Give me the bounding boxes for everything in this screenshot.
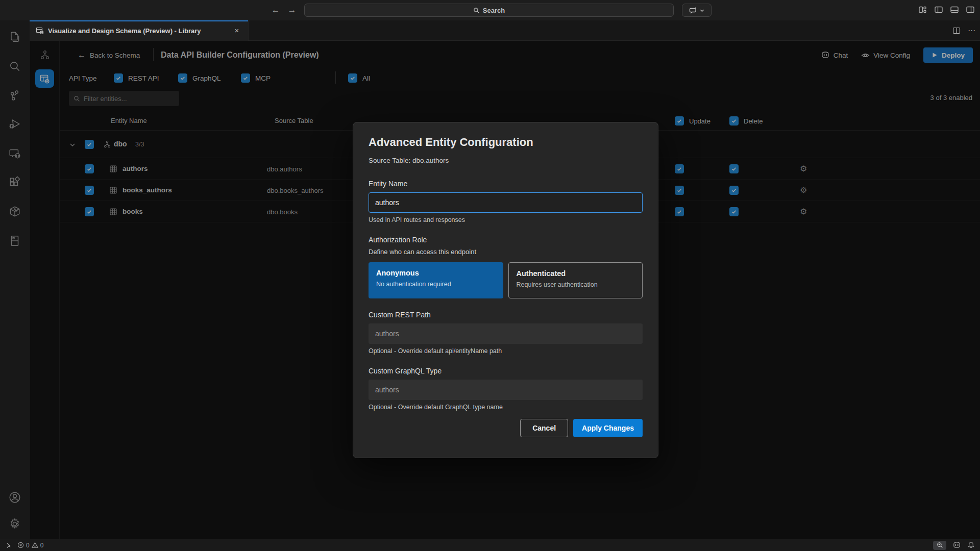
editor-more-actions-icon[interactable]: ⋯ (968, 27, 976, 34)
activity-bar (0, 20, 30, 539)
entity-name-label: Entity Name (369, 180, 643, 188)
copilot-chat-icon (689, 6, 697, 14)
dialog-title: Advanced Entity Configuration (369, 136, 643, 149)
custom-rest-path-label: Custom REST Path (369, 311, 643, 319)
custom-rest-path-input[interactable] (369, 323, 643, 344)
entity-name-input[interactable] (369, 192, 643, 213)
extensions-icon[interactable] (3, 168, 27, 197)
custom-graphql-type-label: Custom GraphQL Type (369, 367, 643, 375)
custom-graphql-type-helper: Optional - Override default GraphQL type… (369, 404, 643, 411)
database-projects-icon[interactable] (3, 226, 27, 255)
toggle-primary-sidebar-icon[interactable] (934, 5, 943, 14)
schema-designer-tab-icon (36, 27, 44, 35)
tab-title: Visualize and Design Schema (Preview) - … (48, 27, 201, 35)
custom-graphql-type-input[interactable] (369, 380, 643, 400)
source-control-icon[interactable] (3, 81, 27, 110)
status-bar: 0 0 (0, 539, 980, 551)
command-center-search[interactable]: Search (304, 4, 674, 17)
role-title: Authenticated (517, 269, 635, 278)
toggle-panel-icon[interactable] (950, 5, 959, 14)
custom-rest-path-helper: Optional - Override default api/entityNa… (369, 347, 643, 355)
zoom-status-icon[interactable] (933, 541, 946, 550)
toggle-secondary-sidebar-icon[interactable] (966, 5, 975, 14)
apply-changes-button[interactable]: Apply Changes (573, 419, 643, 437)
authorization-role-helper: Define who can access this endpoint (369, 248, 643, 256)
role-card-authenticated[interactable]: Authenticated Requires user authenticati… (508, 262, 643, 298)
role-subtitle: No authentication required (376, 281, 496, 288)
search-icon (473, 7, 480, 14)
explorer-icon[interactable] (3, 22, 27, 52)
dialog-source-table: Source Table: dbo.authors (369, 157, 643, 164)
nav-back-icon[interactable]: ← (270, 4, 282, 16)
tab-close-icon[interactable]: × (232, 26, 242, 36)
vscode-window: ← → Search Visualize and Design Schema (… (0, 0, 980, 551)
authorization-role-label: Authorization Role (369, 236, 643, 244)
warning-count: 0 (40, 542, 44, 549)
tab-visualize-design-schema[interactable]: Visualize and Design Schema (Preview) - … (30, 20, 249, 41)
advanced-entity-configuration-dialog: Advanced Entity Configuration Source Tab… (353, 122, 658, 458)
role-subtitle: Requires user authentication (517, 281, 635, 288)
warning-icon (32, 542, 38, 548)
cancel-button[interactable]: Cancel (520, 419, 568, 437)
copilot-chat-button[interactable] (682, 4, 712, 17)
container-tools-icon[interactable] (3, 197, 27, 226)
copilot-status-icon[interactable] (952, 541, 961, 549)
problems-indicator[interactable]: 0 0 (17, 542, 43, 549)
authorization-role-options: Anonymous No authentication required Aut… (369, 262, 643, 298)
title-bar: ← → Search (0, 0, 980, 20)
role-card-anonymous[interactable]: Anonymous No authentication required (369, 262, 503, 298)
tab-bar: Visualize and Design Schema (Preview) - … (30, 20, 980, 41)
chevron-down-icon (700, 8, 704, 13)
role-title: Anonymous (376, 269, 496, 277)
entity-name-helper: Used in API routes and responses (369, 216, 643, 223)
settings-gear-icon[interactable] (8, 517, 21, 533)
customize-layout-icon[interactable] (918, 5, 927, 14)
notifications-bell-icon[interactable] (967, 541, 975, 549)
nav-forward-icon[interactable]: → (286, 4, 298, 16)
search-view-icon[interactable] (3, 52, 27, 81)
accounts-icon[interactable] (8, 491, 21, 506)
error-count: 0 (26, 542, 30, 549)
remote-indicator-icon[interactable] (5, 542, 12, 549)
error-icon (17, 542, 24, 548)
run-debug-icon[interactable] (3, 110, 27, 139)
split-editor-icon[interactable] (952, 27, 961, 35)
remote-explorer-icon[interactable] (3, 139, 27, 168)
search-label: Search (483, 7, 505, 14)
